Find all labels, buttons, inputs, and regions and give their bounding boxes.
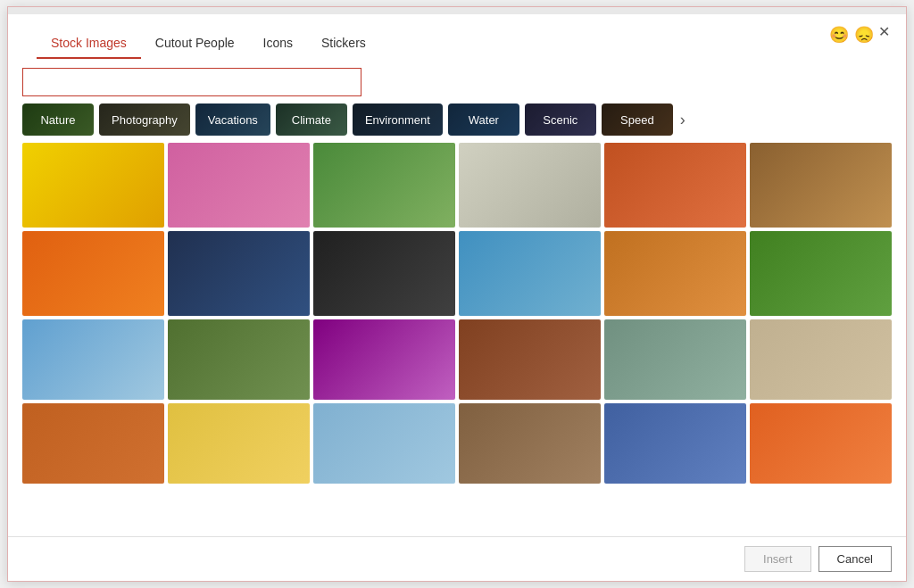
- category-nature[interactable]: Nature: [22, 104, 94, 136]
- images-container[interactable]: [8, 143, 906, 536]
- image-item[interactable]: [22, 319, 164, 400]
- top-bar: [8, 7, 906, 14]
- image-item[interactable]: [168, 143, 310, 228]
- image-item[interactable]: [604, 319, 746, 400]
- sad-icon[interactable]: 😞: [854, 25, 874, 45]
- category-photography[interactable]: Photography: [99, 104, 190, 136]
- insert-button: Insert: [744, 546, 811, 572]
- tab-bar: Stock Images Cutout People Icons Sticker…: [22, 29, 395, 59]
- tab-icons[interactable]: Icons: [249, 29, 307, 59]
- cancel-button[interactable]: Cancel: [818, 546, 892, 572]
- image-item[interactable]: [750, 143, 892, 228]
- image-item[interactable]: [604, 231, 746, 316]
- image-item[interactable]: [168, 403, 310, 484]
- image-item[interactable]: [22, 403, 164, 484]
- category-climate[interactable]: Climate: [276, 104, 347, 136]
- category-bar: Nature Photography Vacations Climate Env…: [8, 104, 906, 143]
- tab-cutout-people[interactable]: Cutout People: [141, 29, 249, 59]
- category-vacations[interactable]: Vacations: [195, 104, 270, 136]
- category-speed[interactable]: Speed: [602, 104, 673, 136]
- dialog-footer: Insert Cancel: [8, 536, 906, 581]
- image-item[interactable]: [168, 319, 310, 400]
- image-item[interactable]: [313, 403, 455, 484]
- image-item[interactable]: [750, 319, 892, 400]
- category-scenic[interactable]: Scenic: [525, 104, 596, 136]
- image-item[interactable]: [604, 403, 746, 484]
- category-next-button[interactable]: ›: [678, 111, 687, 129]
- image-item[interactable]: [459, 143, 601, 228]
- close-button[interactable]: ✕: [873, 23, 895, 41]
- dialog-header: Stock Images Cutout People Icons Sticker…: [8, 14, 906, 59]
- image-item[interactable]: [750, 231, 892, 316]
- image-item[interactable]: [313, 231, 455, 316]
- image-item[interactable]: [459, 403, 601, 484]
- tab-stock-images[interactable]: Stock Images: [37, 29, 141, 59]
- category-environment[interactable]: Environment: [353, 104, 443, 136]
- stock-images-dialog: Stock Images Cutout People Icons Sticker…: [7, 6, 907, 582]
- image-item[interactable]: [750, 403, 892, 484]
- image-item[interactable]: [22, 231, 164, 316]
- tab-stickers[interactable]: Stickers: [307, 29, 380, 59]
- feedback-area: 😊 😞: [829, 25, 874, 45]
- image-item[interactable]: [604, 143, 746, 228]
- image-item[interactable]: [313, 319, 455, 400]
- image-item[interactable]: [313, 143, 455, 228]
- images-grid: [22, 143, 892, 484]
- image-item[interactable]: [459, 231, 601, 316]
- search-input[interactable]: [22, 68, 361, 96]
- happy-icon[interactable]: 😊: [829, 25, 849, 45]
- image-item[interactable]: [168, 231, 310, 316]
- image-item[interactable]: [22, 143, 164, 228]
- image-item[interactable]: [459, 319, 601, 400]
- search-area: [8, 59, 906, 104]
- category-water[interactable]: Water: [448, 104, 519, 136]
